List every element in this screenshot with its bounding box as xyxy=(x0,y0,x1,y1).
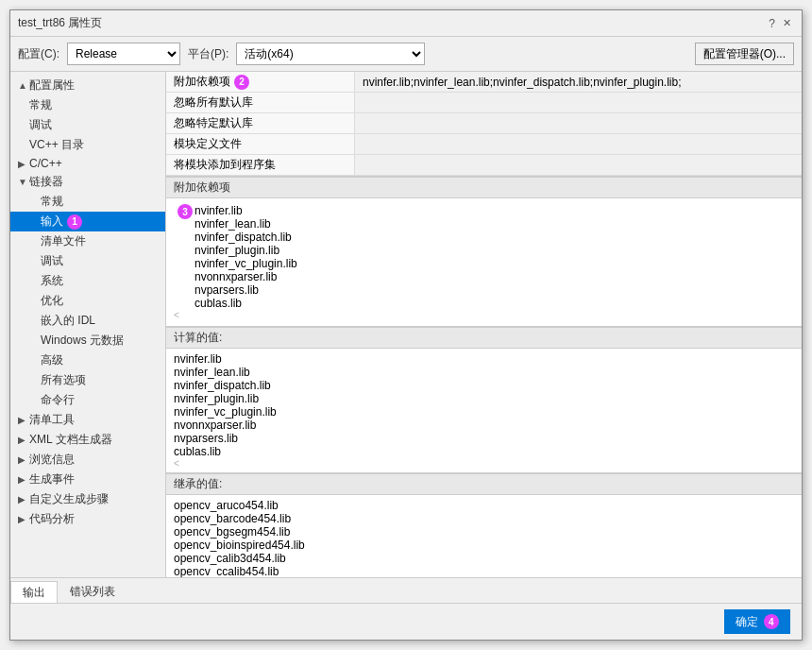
main-window: test_trt86 属性页 ? ✕ 配置(C): Release 平台(P):… xyxy=(9,9,803,641)
sidebar-item-general-label: 常规 xyxy=(29,97,52,113)
sidebar-item-linker-cmdline[interactable]: 命令行 xyxy=(10,390,165,410)
sidebar-item-custom-build[interactable]: ▶ 自定义生成步骤 xyxy=(10,489,165,509)
sidebar-item-linker-optimize-label: 优化 xyxy=(41,293,63,309)
titlebar-controls: ? ✕ xyxy=(769,16,794,31)
badge-4: 4 xyxy=(764,614,779,629)
main-panel: 附加依赖项 2 nvinfer.lib;nvinfer_lean.lib;nvi… xyxy=(166,72,802,577)
footer: 确定 4 xyxy=(10,603,802,640)
expand-icon: ▲ xyxy=(18,80,29,91)
sidebar-root-label: 配置属性 xyxy=(29,77,75,94)
inherited-section-header: 继承的值: xyxy=(166,473,802,495)
prop-row-add-module[interactable]: 将模块添加到程序集 xyxy=(166,155,802,176)
sidebar-item-linker-general[interactable]: 常规 xyxy=(10,192,165,212)
tab-errors[interactable]: 错误列表 xyxy=(58,580,127,603)
close-button[interactable]: ✕ xyxy=(779,16,794,31)
prop-key-deps: 附加依赖项 2 xyxy=(166,72,355,92)
badge-3: 3 xyxy=(178,204,193,219)
computed-lib-item: nvinfer_dispatch.lib xyxy=(174,379,794,392)
platform-select[interactable]: 活动(x64) xyxy=(236,43,425,65)
browse-expand-icon: ▶ xyxy=(18,454,29,465)
config-select[interactable]: Release xyxy=(67,43,180,65)
config-manager-button[interactable]: 配置管理器(O)... xyxy=(695,43,794,65)
sidebar-item-linker-system[interactable]: 系统 xyxy=(10,271,165,291)
sidebar-item-manifest-tool[interactable]: ▶ 清单工具 xyxy=(10,410,165,430)
linker-expand-icon: ▼ xyxy=(18,177,29,187)
xml-expand-icon: ▶ xyxy=(18,435,29,445)
add-deps-section-header: 附加依赖项 xyxy=(166,177,802,198)
sidebar-item-linker-cmdline-label: 命令行 xyxy=(41,392,75,408)
manifest-expand-icon: ▶ xyxy=(18,415,29,425)
sidebar-item-build-events[interactable]: ▶ 生成事件 xyxy=(10,470,165,489)
sidebar-item-debug[interactable]: 调试 xyxy=(10,115,165,135)
lib-item: nvinfer_plugin.lib xyxy=(195,244,794,257)
cpp-expand-icon: ▶ xyxy=(18,159,29,169)
computed-lib-item: cublas.lib xyxy=(174,445,794,458)
sidebar-item-cpp[interactable]: ▶ C/C++ xyxy=(10,155,165,172)
sidebar-item-cpp-label: C/C++ xyxy=(29,157,62,170)
prop-value-deps: nvinfer.lib;nvinfer_lean.lib;nvinfer_dis… xyxy=(355,74,802,91)
inherited-lib-item: opencv_bgsegm454.lib xyxy=(174,525,794,539)
sidebar-item-linker-all[interactable]: 所有选项 xyxy=(10,370,165,390)
window-title: test_trt86 属性页 xyxy=(18,15,102,31)
sidebar-item-linker-label: 链接器 xyxy=(29,174,63,190)
prop-value-ignore-specific xyxy=(355,122,802,126)
sidebar-item-linker-optimize[interactable]: 优化 xyxy=(10,291,165,311)
prop-row-ignore-all[interactable]: 忽略所有默认库 xyxy=(166,93,802,113)
badge-2: 2 xyxy=(234,75,249,90)
main-scroll-area[interactable]: 附加依赖项 3 nvinfer.lib nvinfer_lean.lib nvi… xyxy=(166,177,802,577)
bottom-tabs: 输出 错误列表 xyxy=(10,577,802,603)
lib-item: nvinfer.lib xyxy=(195,204,794,217)
badge-1: 1 xyxy=(67,214,82,230)
prop-key-add-module: 将模块添加到程序集 xyxy=(166,155,355,175)
sidebar-item-build-label: 生成事件 xyxy=(29,471,75,488)
sidebar-item-browse[interactable]: ▶ 浏览信息 xyxy=(10,450,165,470)
sidebar-item-linker-debug-label: 调试 xyxy=(41,253,63,269)
lib-item: nvinfer_dispatch.lib xyxy=(195,231,794,244)
prop-row-deps[interactable]: 附加依赖项 2 nvinfer.lib;nvinfer_lean.lib;nvi… xyxy=(166,72,802,93)
prop-value-module-def xyxy=(355,143,802,146)
sidebar-item-vcpp[interactable]: VC++ 目录 xyxy=(10,135,165,155)
sidebar-item-linker-input[interactable]: 输入 1 xyxy=(10,212,165,231)
sidebar-item-general[interactable]: 常规 xyxy=(10,95,165,115)
sidebar-item-linker-system-label: 系统 xyxy=(41,273,63,289)
sidebar-item-custom-label: 自定义生成步骤 xyxy=(29,491,109,507)
custom-expand-icon: ▶ xyxy=(18,494,29,505)
sidebar-item-linker-advanced[interactable]: 高级 xyxy=(10,351,165,370)
computed-lib-item: nvinfer_plugin.lib xyxy=(174,392,794,405)
sidebar-item-linker-idl-label: 嵌入的 IDL xyxy=(41,313,95,329)
tab-output[interactable]: 输出 xyxy=(10,581,58,604)
sidebar-item-linker[interactable]: ▼ 链接器 xyxy=(10,172,165,192)
sidebar-item-linker-idl[interactable]: 嵌入的 IDL xyxy=(10,311,165,331)
prop-row-module-def[interactable]: 模块定义文件 xyxy=(166,134,802,155)
computed-scroll-arrow: < xyxy=(174,458,794,469)
inherited-lib-item: opencv_ccalib454.lib xyxy=(174,565,794,577)
ok-button[interactable]: 确定 4 xyxy=(724,609,790,634)
sidebar-item-linker-debug[interactable]: 调试 xyxy=(10,251,165,271)
prop-row-ignore-specific[interactable]: 忽略特定默认库 xyxy=(166,113,802,134)
computed-lib-item: nvinfer.lib xyxy=(174,352,794,366)
sidebar: ▲ 配置属性 常规 调试 VC++ 目录 ▶ C/C++ ▼ 链接器 常规 xyxy=(10,72,166,577)
computed-libs-section: nvinfer.lib nvinfer_lean.lib nvinfer_dis… xyxy=(166,349,802,473)
inherited-libs-section: opencv_aruco454.lib opencv_barcode454.li… xyxy=(166,495,802,577)
sidebar-item-xml-label: XML 文档生成器 xyxy=(29,432,112,448)
help-label: ? xyxy=(769,17,775,30)
sidebar-item-linker-manifest[interactable]: 清单文件 xyxy=(10,231,165,251)
libs-edit-section: 3 nvinfer.lib nvinfer_lean.lib nvinfer_d… xyxy=(166,198,802,327)
platform-label: 平台(P): xyxy=(188,46,228,62)
sidebar-item-linker-winmeta[interactable]: Windows 元数据 xyxy=(10,331,165,351)
sidebar-item-code-analysis[interactable]: ▶ 代码分析 xyxy=(10,509,165,529)
inherited-lib-item: opencv_barcode454.lib xyxy=(174,512,794,525)
content-area: ▲ 配置属性 常规 调试 VC++ 目录 ▶ C/C++ ▼ 链接器 常规 xyxy=(10,72,802,577)
tab-output-label: 输出 xyxy=(23,586,45,599)
code-expand-icon: ▶ xyxy=(18,514,29,524)
inherited-lib-item: opencv_bioinspired454.lib xyxy=(174,539,794,552)
sidebar-item-root[interactable]: ▲ 配置属性 xyxy=(10,76,165,95)
computed-lib-item: nvonnxparser.lib xyxy=(174,419,794,432)
sidebar-item-linker-winmeta-label: Windows 元数据 xyxy=(41,333,124,349)
prop-key-module-def: 模块定义文件 xyxy=(166,134,355,154)
sidebar-item-xml-gen[interactable]: ▶ XML 文档生成器 xyxy=(10,430,165,450)
sidebar-item-linker-general-label: 常规 xyxy=(41,194,63,210)
inherited-lib-item: opencv_aruco454.lib xyxy=(174,499,794,512)
tab-errors-label: 错误列表 xyxy=(70,585,115,598)
build-expand-icon: ▶ xyxy=(18,474,29,485)
